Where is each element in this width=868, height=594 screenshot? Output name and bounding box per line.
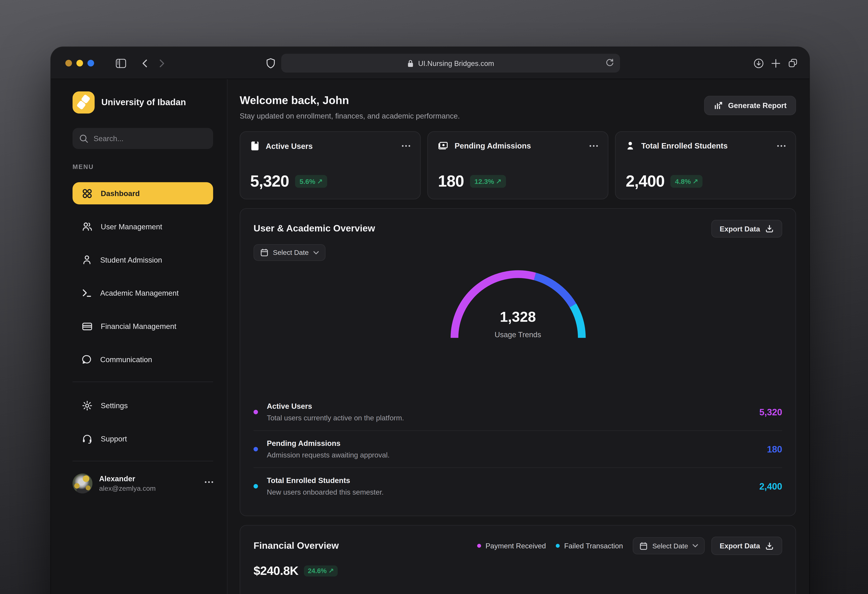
bookmark-icon: [250, 140, 260, 151]
metric-row-pending-admissions: Pending Admissions Admission requests aw…: [254, 430, 782, 467]
search-box[interactable]: [72, 128, 213, 149]
shield-icon[interactable]: [266, 47, 275, 79]
stat-value: 180: [438, 172, 464, 191]
chevron-down-icon: [692, 544, 698, 548]
stat-card-active-users: Active Users 5,320 5.6%↗: [240, 131, 421, 199]
users-icon: [82, 222, 92, 232]
gauge-segment-active-users: [454, 274, 534, 338]
generate-report-button[interactable]: Generate Report: [704, 96, 796, 115]
browser-window: UI.Nursing Bridges.com: [51, 47, 809, 594]
sidebar-item-settings[interactable]: Settings: [72, 394, 213, 417]
search-input[interactable]: [93, 134, 207, 143]
forward-icon[interactable]: [158, 47, 166, 79]
trend-up-icon: ↗: [317, 177, 323, 186]
stat-cards: Active Users 5,320 5.6%↗: [240, 131, 796, 199]
sidebar-item-academic-management[interactable]: Academic Management: [72, 282, 213, 304]
dashboard-grid-icon: [82, 188, 92, 198]
downloads-icon[interactable]: [753, 47, 764, 79]
trend-up-icon: ↗: [496, 177, 502, 186]
sidebar-nav: Dashboard User Management: [72, 182, 213, 371]
card-more-icon[interactable]: [777, 145, 785, 146]
traffic-light-zoom-icon[interactable]: [87, 60, 94, 66]
legend-dot: [254, 484, 258, 488]
search-icon: [79, 134, 89, 143]
trend-badge: 24.6%↗: [304, 565, 338, 576]
stat-label: Pending Admissions: [455, 141, 531, 150]
export-data-button[interactable]: Export Data: [712, 220, 782, 238]
main-content: Welcome back, John Stay updated on enrol…: [227, 79, 809, 594]
browser-toolbar: UI.Nursing Bridges.com: [51, 47, 809, 79]
traffic-light-minimize-icon[interactable]: [76, 60, 83, 66]
legend-payment-received: Payment Received: [477, 542, 546, 550]
new-tab-icon[interactable]: [771, 47, 781, 79]
lock-icon: [407, 59, 414, 67]
generate-report-label: Generate Report: [728, 101, 787, 109]
download-tray-icon: [765, 224, 774, 233]
credit-card-icon: [82, 322, 92, 331]
metric-title: Pending Admissions: [267, 439, 390, 448]
university-logo: [72, 92, 95, 114]
metric-value: 2,400: [759, 481, 782, 492]
profile-card[interactable]: Alexander alex@zemlya.com: [72, 474, 213, 494]
sidebar-item-user-management[interactable]: User Management: [72, 216, 213, 238]
traffic-light-close-icon[interactable]: [65, 60, 72, 66]
stat-label: Active Users: [266, 142, 313, 151]
trend-badge: 4.8%↗: [671, 175, 703, 188]
id-card-icon: [438, 140, 449, 151]
sidebar-divider: [72, 381, 213, 382]
avatar: [72, 474, 92, 494]
gauge-value: 1,328: [254, 309, 782, 326]
sidebar-item-communication[interactable]: Communication: [72, 349, 213, 371]
financial-section: Financial Overview Payment Received Fail…: [240, 525, 796, 594]
legend-failed-transaction: Failed Transaction: [556, 542, 623, 550]
sidebar-toggle-icon[interactable]: [116, 47, 126, 79]
tab-overview-icon[interactable]: [788, 47, 798, 79]
metric-rows: Active Users Total users currently activ…: [254, 394, 782, 504]
reload-icon[interactable]: [605, 58, 615, 69]
sidebar-item-label: Communication: [100, 355, 152, 363]
profile-name: Alexander: [99, 475, 156, 483]
export-data-button[interactable]: Export Data: [712, 536, 782, 555]
profile-more-icon[interactable]: [205, 481, 213, 483]
gear-icon: [82, 400, 92, 411]
sidebar-item-support[interactable]: Support: [72, 427, 213, 450]
stat-card-pending-admissions: Pending Admissions 180 12.3%↗: [428, 131, 608, 199]
card-more-icon[interactable]: [589, 145, 598, 146]
url-bar[interactable]: UI.Nursing Bridges.com: [281, 54, 620, 72]
sidebar-divider: [72, 461, 213, 461]
sidebar-item-label: Dashboard: [101, 189, 140, 197]
sidebar-item-label: Settings: [101, 401, 128, 409]
person-icon: [82, 255, 92, 265]
page-header: Welcome back, John Stay updated on enrol…: [240, 94, 796, 120]
trend-up-icon: ↗: [328, 567, 334, 575]
sidebar-item-dashboard[interactable]: Dashboard: [72, 182, 213, 204]
sidebar-item-student-admission[interactable]: Student Admission: [72, 249, 213, 271]
metric-value: 180: [767, 444, 782, 454]
stat-value: 2,400: [626, 172, 664, 191]
sidebar-item-financial-management[interactable]: Financial Management: [72, 315, 213, 337]
back-icon[interactable]: [140, 47, 149, 79]
sidebar: University of Ibadan MENU: [51, 79, 228, 594]
financial-title: Financial Overview: [254, 540, 339, 551]
url-text: UI.Nursing Bridges.com: [418, 59, 494, 67]
sidebar-item-label: Financial Management: [101, 322, 176, 331]
profile-email: alex@zemlya.com: [99, 485, 156, 492]
headset-icon: [82, 434, 92, 444]
overview-title: User & Academic Overview: [254, 223, 375, 234]
select-date-dropdown[interactable]: Select Date: [633, 537, 705, 554]
trend-badge: 5.6%↗: [295, 175, 327, 188]
calendar-icon: [639, 541, 648, 550]
sidebar-item-label: User Management: [101, 222, 162, 231]
desktop: UI.Nursing Bridges.com: [0, 0, 868, 594]
select-date-label: Select Date: [273, 249, 309, 256]
card-more-icon[interactable]: [402, 145, 410, 147]
menu-section-label: MENU: [72, 163, 213, 170]
metric-row-active-users: Active Users Total users currently activ…: [254, 394, 782, 430]
gauge-label: Usage Trends: [254, 331, 782, 339]
stat-value: 5,320: [250, 172, 289, 191]
legend-dot: [254, 410, 258, 414]
stat-label: Total Enrolled Students: [641, 141, 728, 150]
trend-badge: 12.3%↗: [470, 175, 506, 188]
metric-row-total-enrolled: Total Enrolled Students New users onboar…: [254, 467, 782, 504]
select-date-dropdown[interactable]: Select Date: [254, 244, 325, 261]
